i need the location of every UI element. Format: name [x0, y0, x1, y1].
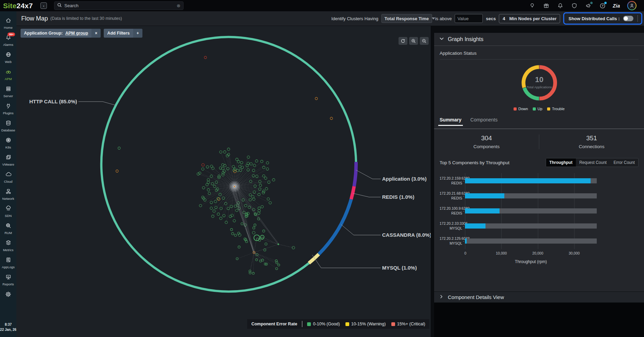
metric-tab-error-count[interactable]: Error Count	[610, 158, 638, 167]
map-refresh-button[interactable]	[399, 37, 407, 45]
help-icon[interactable]: ?	[599, 2, 606, 9]
sidebar-item-rum[interactable]: RUM	[0, 220, 16, 237]
show-distributed-calls-toggle[interactable]	[623, 16, 633, 21]
add-filters-chip[interactable]: Add Filters +	[104, 29, 142, 38]
min-nodes-control[interactable]: 4 Min Nodes per Cluster	[499, 14, 560, 23]
bar-row-mysql[interactable]: 172.20.2.125:6033MYSQL-	[440, 233, 597, 248]
graph-insights-header[interactable]: Graph Insights	[434, 33, 644, 46]
sidebar-item-apm[interactable]: APM	[0, 66, 16, 83]
identify-clusters-label: Identify Clusters Having	[331, 16, 378, 21]
legend-item: 0-10% (Good)	[307, 322, 340, 326]
announcements-icon[interactable]	[585, 2, 592, 9]
chevron-down-icon	[439, 36, 444, 43]
sidebar-item-applogs[interactable]: AppLogs	[0, 254, 16, 271]
user-avatar[interactable]	[627, 1, 636, 10]
divider	[302, 321, 302, 327]
application-group-value[interactable]: APM group	[65, 31, 88, 36]
bar-row-redis[interactable]: 172.20.21.68:6380REDIS-	[440, 188, 597, 203]
settings-gear-icon[interactable]	[5, 291, 11, 299]
sidebar-item-web[interactable]: Web	[0, 49, 16, 66]
svg-text:?: ?	[602, 4, 603, 8]
sidebar-item-vmware[interactable]: VMware	[0, 152, 16, 169]
throughput-bar-chart: 172.20.2.159:6380REDIS-172.20.21.68:6380…	[440, 173, 597, 265]
threshold-value-input[interactable]	[455, 14, 483, 23]
sidebar-collapse-icon[interactable]: ‹	[40, 2, 47, 9]
map-zoom-out-button[interactable]	[420, 37, 429, 45]
component-details-header[interactable]: Component Details View	[434, 291, 644, 303]
flow-map-graph[interactable]: HTTP CALL (85.0%)Application (3.0%)REDIS…	[16, 26, 431, 337]
zia-assistant-icon[interactable]: Zia	[613, 2, 620, 9]
sidebar-item-database[interactable]: Database	[0, 117, 16, 134]
sidebar-item-network[interactable]: Network	[0, 186, 16, 203]
ring-segment-redis[interactable]	[351, 186, 354, 199]
donut-legend-item-trouble: Trouble	[547, 107, 565, 111]
min-nodes-value[interactable]: 4	[503, 16, 505, 21]
panel-empty-area	[434, 303, 644, 337]
tab-components[interactable]: Components	[470, 117, 497, 126]
donut-legend-item-up: Up	[533, 107, 542, 111]
donut-legend: DownUpTrouble	[514, 107, 565, 111]
ring-label: CASSANDRA (8.0%)	[382, 232, 431, 238]
top5-title: Top 5 Components by Throughput	[440, 160, 509, 165]
search-input[interactable]	[64, 3, 174, 8]
vmware-icon	[5, 154, 11, 161]
sidebar-item-home[interactable]: Home	[0, 15, 16, 32]
donut-segment-up[interactable]	[524, 88, 539, 99]
whats-new-icon[interactable]	[543, 2, 550, 9]
component-error-rate-legend: Component Error Rate 0-10% (Good)10-15% …	[247, 319, 429, 329]
ring-segment-mysql[interactable]	[309, 254, 319, 263]
remove-filter-icon[interactable]: ×	[91, 29, 101, 38]
sidebar-item-k8s[interactable]: K8s	[0, 134, 16, 152]
add-filter-plus-icon[interactable]: +	[133, 29, 142, 38]
sidebar-item-metrics[interactable]: Metrics	[0, 237, 16, 254]
tips-icon[interactable]	[529, 2, 535, 9]
sidebar-item-reports[interactable]: Reports	[0, 271, 16, 288]
bar-track	[465, 238, 597, 244]
legend-item: 15%+ (Critical)	[391, 322, 425, 326]
bar-row-redis[interactable]: 172.20.2.159:6380REDIS-	[440, 173, 597, 188]
sidebar-item-server[interactable]: Server	[0, 83, 16, 100]
map-zoom-in-button[interactable]	[409, 37, 418, 45]
tab-summary[interactable]: Summary	[440, 117, 462, 126]
sidebar-item-alarms[interactable]: Alarms99+	[0, 32, 16, 49]
ring-segment-cassandra[interactable]	[319, 199, 351, 255]
search-icon	[57, 3, 62, 9]
site24x7-logo[interactable]: Site24x7	[0, 2, 39, 10]
show-distributed-calls-label: Show Distributed Calls :	[568, 16, 620, 21]
filter-chips: Application Group: APM group × Add Filte…	[21, 29, 142, 38]
flow-map-canvas[interactable]: Application Group: APM group × Add Filte…	[16, 26, 431, 337]
plugins-icon	[5, 103, 11, 110]
graph-insights-title: Graph Insights	[448, 36, 483, 42]
metric-tab-throughput[interactable]: Throughput	[546, 158, 576, 167]
tabs-underline	[434, 129, 644, 129]
help-dot	[604, 2, 607, 4]
metric-tabs: ThroughputRequest CountError Count	[546, 158, 639, 167]
bar-fill	[465, 208, 500, 213]
ring-label: Application (3.0%)	[382, 176, 427, 182]
sidebar-item-label: Server	[3, 94, 13, 98]
ring-segment-application[interactable]	[354, 162, 356, 186]
apm-icon	[5, 69, 11, 76]
page-header: Flow Map (Data is limited to the last 30…	[16, 11, 644, 26]
search-box[interactable]: ⊗	[54, 1, 184, 10]
sidebar-item-sdn[interactable]: SDN	[0, 203, 16, 220]
clear-search-icon[interactable]: ⊗	[177, 3, 180, 8]
sidebar-item-label: Reports	[2, 282, 14, 286]
application-group-chip[interactable]: Application Group: APM group ×	[21, 29, 101, 38]
sidebar-item-label: SDN	[5, 214, 12, 218]
ring-label: REDIS (1.0%)	[382, 194, 414, 200]
trust-shield-icon[interactable]	[571, 2, 578, 9]
cluster-metric-dropdown[interactable]: Total Response Time	[381, 14, 432, 23]
sidebar-item-label: Web	[5, 60, 11, 64]
secs-label: secs	[486, 16, 496, 21]
panel-gutter	[431, 26, 434, 337]
notifications-icon[interactable]	[557, 2, 564, 9]
network-icon	[5, 189, 11, 196]
sidebar-item-label: Home	[4, 26, 12, 29]
sidebar-item-cloud[interactable]: Cloud	[0, 169, 16, 186]
sidebar-item-plugins[interactable]: Plugins	[0, 100, 16, 117]
bar-row-redis[interactable]: 172.20.100.9:6380REDIS-	[440, 203, 597, 218]
rum-icon	[5, 223, 11, 230]
bar-row-mysql[interactable]: 172.20.2.33:3306MYSQL-	[440, 218, 597, 233]
metric-tab-request-count[interactable]: Request Count	[576, 158, 610, 167]
